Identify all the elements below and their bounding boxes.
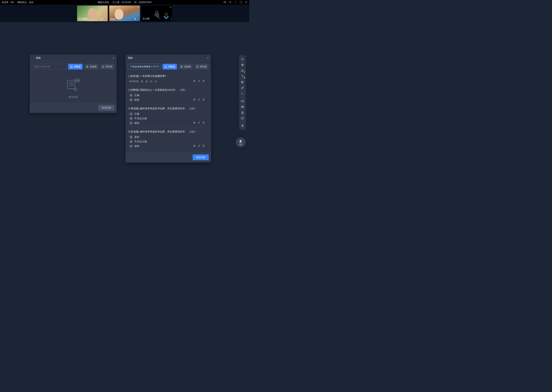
- mic-icon: [137, 18, 139, 21]
- volume-bars: [171, 18, 171, 21]
- move-icon[interactable]: [193, 145, 196, 147]
- svg-rect-26: [241, 117, 244, 119]
- empty-state: 暂无试题: [30, 72, 117, 103]
- panel-close-icon[interactable]: ×: [207, 56, 209, 60]
- delete-icon[interactable]: [202, 80, 205, 82]
- question-item: 1 [简答题] 一年四季分别是哪四季? 参考答案：春、夏、秋、冬: [128, 72, 208, 85]
- mic-icon: [104, 18, 106, 21]
- video-tile[interactable]: 叮当老师: [77, 6, 108, 21]
- chat-icon[interactable]: [239, 115, 246, 121]
- delete-icon[interactable]: [202, 121, 205, 124]
- hand-raise-button[interactable]: 0/2: [236, 137, 246, 147]
- option-label: 错误: [134, 98, 139, 102]
- scissors-tool-icon[interactable]: [239, 79, 246, 85]
- mic-icon: [162, 12, 170, 21]
- question-option[interactable]: A 是的: [129, 135, 208, 139]
- svg-point-21: [241, 81, 242, 82]
- option-label: 不完全正确: [134, 140, 147, 143]
- edit-icon[interactable]: [198, 80, 200, 82]
- btn-label: 判断题: [74, 65, 81, 68]
- svg-point-25: [242, 112, 243, 112]
- laser-tool-icon[interactable]: [239, 91, 246, 97]
- empty-text: 暂无试题: [69, 96, 78, 99]
- btn-label: 选择题: [184, 65, 191, 68]
- video-tile[interactable]: × 王小明: [141, 6, 172, 21]
- pen-tool-icon[interactable]: [239, 68, 246, 73]
- question-title: 1 [简答题] 一年四季分别是哪四季?: [128, 74, 208, 78]
- question-option[interactable]: C 错译: [129, 145, 208, 148]
- folder-icon[interactable]: [239, 98, 246, 104]
- cursor-tool-icon[interactable]: [239, 56, 246, 62]
- svg-rect-5: [138, 18, 138, 19]
- delete-icon[interactable]: [202, 145, 205, 147]
- option-chip: C: [129, 121, 133, 125]
- option-label: 不完全正确: [134, 117, 147, 120]
- btn-label: 简答题: [106, 65, 113, 68]
- question-option[interactable]: B 不完全正确: [129, 140, 208, 143]
- question-option[interactable]: B 错误: [129, 98, 208, 102]
- minimize-icon[interactable]: [234, 1, 237, 4]
- user-icon[interactable]: [239, 110, 246, 115]
- edit-icon[interactable]: [198, 145, 200, 147]
- participant-name: 王小明: [143, 17, 150, 21]
- tile-close-icon[interactable]: ×: [138, 6, 139, 9]
- bell-icon[interactable]: [239, 123, 246, 129]
- paper-name-input[interactable]: [32, 64, 67, 70]
- judge-question-button[interactable]: 判断题: [68, 64, 83, 70]
- paper-name-input[interactable]: [128, 64, 161, 70]
- question-option[interactable]: A 正确: [129, 94, 208, 97]
- judge-question-button[interactable]: 判断题: [163, 64, 177, 70]
- choice-question-button[interactable]: 选择题: [178, 64, 193, 70]
- svg-point-15: [77, 80, 78, 81]
- move-icon[interactable]: [193, 98, 196, 101]
- svg-point-1: [230, 2, 231, 2]
- tile-close-icon[interactable]: ×: [170, 6, 171, 9]
- option-chip: B: [129, 98, 133, 102]
- status-bar: 丢包率：0% 网络状态：良好 神秘大自然 已上课：02:34:09 ID：202…: [0, 0, 249, 5]
- video-tile[interactable]: × Nina: [109, 6, 140, 21]
- back-icon[interactable]: 〈: [32, 56, 35, 60]
- edit-icon[interactable]: [198, 98, 200, 101]
- delete-icon[interactable]: [202, 98, 205, 101]
- option-label: 正确: [134, 112, 139, 116]
- volume-bars: [107, 18, 107, 21]
- toolbox-icon[interactable]: [239, 104, 246, 110]
- move-tool-icon[interactable]: [239, 62, 246, 68]
- svg-rect-0: [224, 1, 225, 3]
- option-label: 正确: [134, 94, 139, 97]
- eraser-tool-icon[interactable]: [239, 85, 246, 91]
- short-answer-button[interactable]: 简答题: [100, 64, 114, 70]
- panel-title: 测验: [36, 56, 113, 60]
- question-item: 3 [单选题] 施华洛世奇是反华品牌，所以梁鼎琪反华。 （2分） A 正确 B …: [128, 104, 208, 127]
- participant-name: Nina: [110, 18, 115, 21]
- question-option[interactable]: A 正确: [129, 112, 208, 116]
- question-option[interactable]: C 错误: [129, 121, 208, 125]
- settings-icon[interactable]: [229, 1, 232, 4]
- question-item: 2 [判断题] 我国宪法上一次更新是在2020年。 （2分） A 正确 B 错误: [128, 85, 208, 104]
- question-option[interactable]: B 不完全正确: [129, 117, 208, 120]
- save-paper-button[interactable]: 保存试卷: [98, 105, 114, 111]
- edit-icon[interactable]: [198, 121, 200, 124]
- hand-count: 0/2: [240, 143, 242, 146]
- packet-loss: 丢包率：0%: [1, 1, 14, 4]
- save-paper-button[interactable]: 保存试卷: [193, 154, 209, 160]
- text-tool-icon[interactable]: [239, 73, 246, 79]
- question-list[interactable]: 1 [简答题] 一年四季分别是哪四季? 参考答案：春、夏、秋、冬 2 [判断题]…: [125, 72, 211, 152]
- panel-title: 测验: [128, 56, 207, 60]
- btn-label: 保存试卷: [196, 156, 205, 159]
- svg-point-19: [181, 66, 182, 67]
- move-icon[interactable]: [193, 80, 196, 82]
- choice-question-button[interactable]: 选择题: [84, 64, 99, 70]
- quiz-panel: 测验 × 判断题 选择题 简答题 1 [简答题] 一年四季分别是哪四季? 参考答…: [125, 55, 211, 162]
- reference-answer: 参考答案：春、夏、秋、冬: [129, 80, 208, 83]
- fullscreen-icon[interactable]: [240, 1, 242, 4]
- option-chip: A: [129, 112, 133, 116]
- move-icon[interactable]: [193, 121, 196, 124]
- question-title: 4 [多选题] 施华洛世奇是反华品牌，所以梁鼎琪反华。 （2分）: [128, 130, 208, 133]
- participant-name: 叮当老师: [78, 17, 87, 21]
- svg-point-16: [78, 80, 79, 81]
- close-window-icon[interactable]: [245, 1, 248, 4]
- camera-toggle-icon[interactable]: [224, 1, 226, 4]
- panel-close-icon[interactable]: ×: [113, 56, 114, 60]
- short-answer-button[interactable]: 简答题: [194, 64, 209, 70]
